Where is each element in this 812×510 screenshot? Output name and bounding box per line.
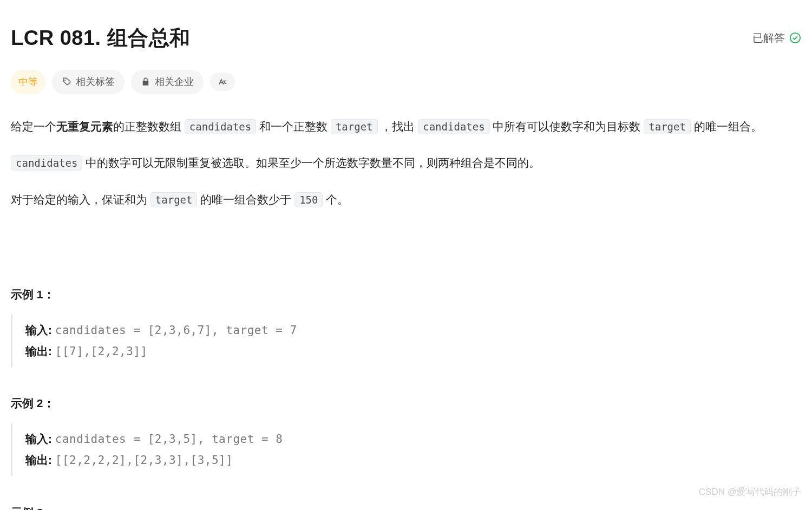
tags-label: 相关标签 bbox=[76, 74, 115, 90]
example-3-label: 示例 3： bbox=[11, 504, 801, 510]
watermark: CSDN @爱写代码的刚子 bbox=[699, 485, 801, 499]
code-150: 150 bbox=[294, 192, 323, 207]
example-input-value: candidates = [2,3,5], target = 8 bbox=[55, 433, 283, 446]
svg-point-1 bbox=[64, 80, 66, 81]
description-paragraph-2: candidates 中的数字可以无限制重复被选取。如果至少一个所选数字数量不同… bbox=[11, 152, 801, 174]
code-target: target bbox=[150, 192, 198, 207]
solved-label: 已解答 bbox=[752, 29, 785, 47]
meta-row: 中等 相关标签 相关企业 bbox=[11, 70, 801, 94]
difficulty-badge[interactable]: 中等 bbox=[11, 70, 45, 94]
description-paragraph-3: 对于给定的输入，保证和为 target 的唯一组合数少于 150 个。 bbox=[11, 189, 801, 211]
problem-title: LCR 081. 组合总和 bbox=[11, 22, 191, 55]
code-target: target bbox=[331, 119, 378, 134]
check-circle-icon bbox=[789, 32, 801, 44]
problem-description: 给定一个无重复元素的正整数数组 candidates 和一个正整数 target… bbox=[11, 116, 801, 510]
tags-button[interactable]: 相关标签 bbox=[52, 70, 125, 94]
translate-button[interactable] bbox=[210, 73, 235, 91]
example-1-label: 示例 1： bbox=[11, 285, 801, 304]
example-output-label: 输出: bbox=[25, 345, 55, 357]
example-input-label: 输入: bbox=[25, 324, 55, 336]
code-candidates: candidates bbox=[418, 119, 489, 134]
solved-indicator: 已解答 bbox=[752, 29, 801, 47]
example-input-label: 输入: bbox=[25, 433, 55, 445]
code-candidates: candidates bbox=[185, 119, 256, 134]
example-2-label: 示例 2： bbox=[11, 394, 801, 413]
companies-label: 相关企业 bbox=[155, 74, 194, 90]
example-2-block: 输入: candidates = [2,3,5], target = 8 输出:… bbox=[11, 423, 801, 476]
code-target: target bbox=[644, 119, 691, 134]
example-1-block: 输入: candidates = [2,3,6,7], target = 7 输… bbox=[11, 315, 801, 368]
example-output-value: [[7],[2,2,3]] bbox=[55, 345, 148, 358]
lock-icon bbox=[141, 77, 150, 87]
svg-point-0 bbox=[790, 33, 800, 43]
example-output-label: 输出: bbox=[25, 454, 55, 466]
example-output-value: [[2,2,2,2],[2,3,3],[3,5]] bbox=[55, 454, 233, 467]
description-paragraph-1: 给定一个无重复元素的正整数数组 candidates 和一个正整数 target… bbox=[11, 116, 801, 138]
code-candidates: candidates bbox=[11, 155, 82, 171]
tag-icon bbox=[62, 77, 71, 87]
example-input-value: candidates = [2,3,6,7], target = 7 bbox=[55, 324, 297, 337]
companies-button[interactable]: 相关企业 bbox=[131, 70, 204, 94]
translate-icon bbox=[218, 77, 227, 87]
